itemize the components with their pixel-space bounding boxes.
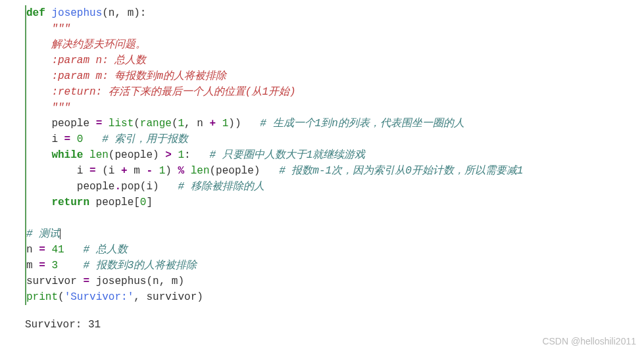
comment: # 报数m-1次，因为索引从0开始计数，所以需要减1 (279, 165, 523, 177)
function-name: josephus (51, 7, 102, 19)
output-line: Survivor: 31 (25, 317, 644, 333)
keyword-def: def (26, 7, 45, 19)
docstring-return: :return: 存活下来的最后一个人的位置(从1开始) (51, 86, 295, 98)
code-line-12: people.pop(i) # 移除被排除的人 (26, 179, 644, 195)
code-line-9: i = 0 # 索引，用于报数 (26, 131, 644, 147)
comment: # 只要圈中人数大于1就继续游戏 (210, 149, 366, 161)
docstring-open: """ (51, 23, 70, 35)
docstring-param-n: :param n: 总人数 (51, 55, 146, 66)
string-literal: 'Survivor:' (64, 291, 134, 303)
code-line-2: """ (26, 21, 644, 37)
code-line-11: i = (i + m - 1) % len(people) # 报数m-1次，因… (26, 163, 644, 179)
docstring-close: """ (51, 102, 70, 114)
comment: # 移除被排除的人 (178, 181, 264, 193)
builtin-list: list (109, 118, 134, 130)
code-line-8: people = list(range(1, n + 1)) # 生成一个1到n… (26, 116, 644, 131)
docstring-param-m: :param m: 每报数到m的人将被排除 (51, 70, 226, 82)
builtin-len: len (191, 165, 210, 177)
code-line-16: m = 3 # 报数到3的人将被排除 (26, 258, 644, 273)
keyword-while: while (51, 149, 83, 161)
code-line-blank (26, 210, 644, 226)
code-line-4: :param n: 总人数 (26, 53, 644, 68)
comment: # 生成一个1到n的列表，代表围坐一圈的人 (260, 118, 464, 130)
code-line-15: n = 41 # 总人数 (26, 242, 644, 258)
code-line-7: """ (26, 100, 644, 116)
comment-test: # 测试 (26, 228, 60, 240)
code-line-3: 解决约瑟夫环问题。 (26, 37, 644, 53)
comment: # 报数到3的人将被排除 (83, 260, 197, 272)
code-line-6: :return: 存活下来的最后一个人的位置(从1开始) (26, 84, 644, 100)
keyword-return: return (51, 197, 89, 208)
watermark: CSDN @helloshili2011 (542, 335, 636, 348)
code-block: def josephus(n, m): """ 解决约瑟夫环问题。 :param… (25, 5, 644, 305)
comment: # 总人数 (83, 244, 127, 256)
builtin-range: range (140, 118, 172, 130)
code-line-17: survivor = josephus(n, m) (26, 273, 644, 289)
builtin-print: print (26, 291, 58, 303)
code-line-1: def josephus(n, m): (26, 5, 644, 21)
text-cursor (60, 229, 61, 239)
docstring-text: 解决约瑟夫环问题。 (51, 39, 146, 51)
comment: # 索引，用于报数 (102, 133, 188, 145)
builtin-len: len (89, 149, 109, 161)
code-line-10: while len(people) > 1: # 只要圈中人数大于1就继续游戏 (26, 147, 644, 163)
code-line-13: return people[0] (26, 195, 644, 210)
code-line-14: # 测试 (26, 226, 644, 242)
code-line-18: print('Survivor:', survivor) (26, 289, 644, 305)
code-line-5: :param m: 每报数到m的人将被排除 (26, 68, 644, 84)
